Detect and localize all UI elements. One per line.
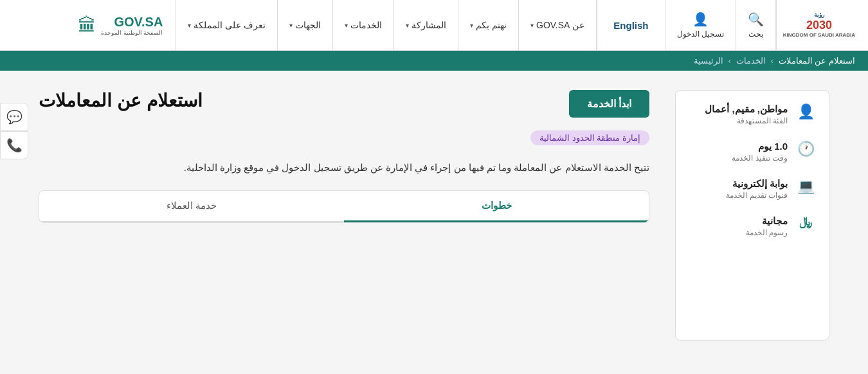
time-label: 1.0 يوم [732,141,788,152]
info-card: 👤 مواطن, مقيم, أعمال الفئة المستهدفة 🕐 1… [675,90,829,341]
side-float-buttons: 💬 📞 [0,103,28,159]
nav-item-kingdom[interactable]: تعرف على المملكة ▾ [176,0,278,50]
search-label: بحث [748,30,763,39]
fees-label: مجانية [746,215,788,227]
nav-item-care[interactable]: نهتم بكم ▾ [458,0,519,50]
riyal-icon: ﷼ [795,215,816,229]
main-content: 👤 مواطن, مقيم, أعمال الفئة المستهدفة 🕐 1… [0,71,868,360]
search-action[interactable]: 🔍 بحث [736,0,776,50]
tabs-section: خطوات خدمة العملاء [39,190,649,223]
kingdom-label: KINGDOM OF SAUDI ARABIA [783,32,855,39]
user-icon: 👤 [795,103,816,120]
nav-actions: 🔍 بحث 👤 تسجيل الدخول [665,0,776,50]
breadcrumb-sep1: › [728,57,731,66]
vision-year: 2030 [783,19,855,33]
portal-icon: 💻 [795,178,816,195]
info-row-target: 👤 مواطن, مقيم, أعمال الفئة المستهدفة [689,103,816,125]
chat-button[interactable]: 💬 [0,103,28,131]
login-label: تسجيل الدخول [677,30,724,39]
breadcrumb-services[interactable]: الخدمات [736,56,766,66]
start-service-button[interactable]: ابدأ الخدمة [569,90,649,118]
page-description: تتيح الخدمة الاستعلام عن المعاملة وما تم… [39,158,649,177]
tabs-bar: خطوات خدمة العملاء [39,191,649,222]
english-button[interactable]: English [597,0,665,50]
channel-sublabel: قنوات تقديم الخدمة [726,191,788,200]
phone-icon: 📞 [6,138,23,153]
chat-icon: 💬 [6,109,23,125]
target-category-label: مواطن, مقيم, أعمال [705,103,788,115]
breadcrumb-sep2: › [771,57,773,66]
nav-label: نهتم بكم [476,20,507,30]
breadcrumb: استعلام عن المعاملات › الخدمات › الرئيسي… [0,51,868,71]
govsa-logo[interactable]: GOV.SA الصفحة الوطنية الموحدة 🏛 [65,0,176,50]
nav-label: الخدمات [350,20,382,30]
chevron-down-icon: ▾ [188,22,191,29]
tab-customer-service[interactable]: خدمة العملاء [39,191,344,221]
search-icon: 🔍 [748,12,764,27]
nav-label: المشاركة [411,20,446,30]
chevron-down-icon: ▾ [470,22,473,29]
chevron-down-icon: ▾ [345,22,348,29]
chevron-down-icon: ▾ [289,22,293,29]
top-navigation: رؤية 2030 KINGDOM OF SAUDI ARABIA 🔍 بحث … [0,0,868,51]
nav-label: تعرف على المملكة [194,20,266,30]
tag-badge: إمارة منطقة الحدود الشمالية [530,130,649,145]
phone-button[interactable]: 📞 [0,131,28,159]
nav-label: عن GOV.SA [536,20,584,30]
clock-icon: 🕐 [795,141,816,157]
user-icon: 👤 [692,12,709,27]
nav-item-govsa[interactable]: عن GOV.SA ▾ [519,0,597,50]
nav-item-services[interactable]: الخدمات ▾ [333,0,394,50]
govsa-subtitle: الصفحة الوطنية الموحدة [101,30,163,36]
nav-label: الجهات [295,20,321,30]
login-action[interactable]: 👤 تسجيل الدخول [665,0,736,50]
breadcrumb-home[interactable]: الرئيسية [694,56,723,66]
breadcrumb-current: استعلام عن المعاملات [779,56,855,66]
nav-item-participation[interactable]: المشاركة ▾ [394,0,458,50]
nav-item-entities[interactable]: الجهات ▾ [278,0,333,50]
page-title: استعلام عن المعاملات [39,90,203,111]
info-row-channel: 💻 بوابة إلكترونية قنوات تقديم الخدمة [689,178,816,200]
time-sublabel: وقت تنفيذ الخدمة [732,154,788,163]
target-category-sublabel: الفئة المستهدفة [705,116,788,125]
channel-label: بوابة إلكترونية [726,178,788,190]
tab-steps[interactable]: خطوات [344,191,649,222]
vision-logo: رؤية 2030 KINGDOM OF SAUDI ARABIA [783,12,855,39]
chevron-down-icon: ▾ [530,22,534,29]
logo-area: رؤية 2030 KINGDOM OF SAUDI ARABIA [776,0,862,50]
govsa-name: GOV.SA [101,15,163,30]
fees-sublabel: رسوم الخدمة [746,228,788,237]
chevron-down-icon: ▾ [406,22,409,29]
main-nav-items: عن GOV.SA ▾ نهتم بكم ▾ المشاركة ▾ الخدما… [176,0,597,50]
govsa-icon: 🏛 [78,15,96,36]
content-area: ابدأ الخدمة استعلام عن المعاملات إمارة م… [39,90,649,341]
info-row-time: 🕐 1.0 يوم وقت تنفيذ الخدمة [689,141,816,163]
info-row-fees: ﷼ مجانية رسوم الخدمة [689,215,816,237]
